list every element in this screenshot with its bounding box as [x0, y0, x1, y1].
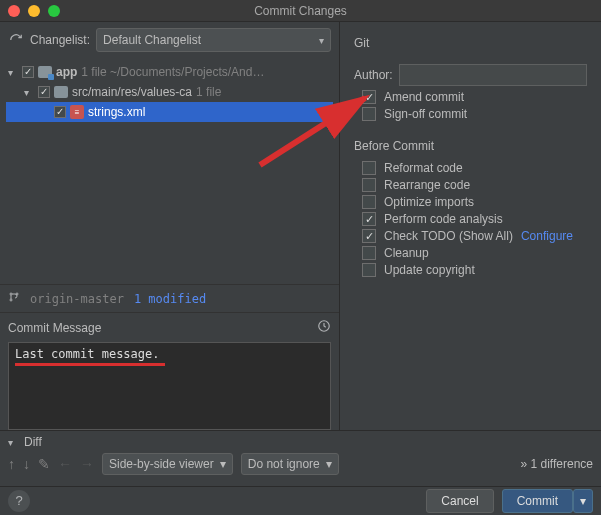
checkbox[interactable]: ✓	[38, 86, 50, 98]
module-name: app	[56, 65, 77, 79]
checkbox[interactable]: ✓	[22, 66, 34, 78]
rearrange-option[interactable]: Rearrange code	[362, 178, 587, 192]
checkbox[interactable]	[362, 263, 376, 277]
checkbox-amend[interactable]	[362, 90, 376, 104]
folder-icon	[54, 86, 68, 98]
cancel-label: Cancel	[441, 494, 478, 508]
expander-icon[interactable]: ▾	[8, 67, 18, 78]
git-section-title: Git	[354, 36, 587, 50]
file-name: strings.xml	[88, 105, 145, 119]
svg-point-0	[10, 293, 12, 295]
tree-row-file[interactable]: ✓ ≡ strings.xml	[6, 102, 333, 122]
checkbox[interactable]	[362, 195, 376, 209]
checkbox[interactable]: ✓	[54, 106, 66, 118]
viewer-mode-select[interactable]: Side-by-side viewer▾	[102, 453, 233, 475]
commit-label: Commit	[517, 494, 558, 508]
commit-button[interactable]: Commit	[502, 489, 573, 513]
diff-count: » 1 difference	[520, 457, 593, 471]
commit-dropdown-button[interactable]: ▾	[573, 489, 593, 513]
chevron-down-icon: ▾	[319, 35, 324, 46]
module-meta: 1 file ~/Documents/Projects/And…	[81, 65, 264, 79]
edit-icon[interactable]: ✎	[38, 456, 50, 472]
cancel-button[interactable]: Cancel	[426, 489, 493, 513]
copyright-option[interactable]: Update copyright	[362, 263, 587, 277]
tree-row-dir[interactable]: ▾ ✓ src/main/res/values-ca 1 file	[6, 82, 333, 102]
analysis-option[interactable]: Perform code analysis	[362, 212, 587, 226]
tree-row-module[interactable]: ▾ ✓ app 1 file ~/Documents/Projects/And…	[6, 62, 333, 82]
signoff-commit-option[interactable]: Sign-off commit	[362, 107, 587, 121]
diff-label: Diff	[24, 435, 42, 449]
todo-option[interactable]: Check TODO (Show All) Configure	[362, 229, 587, 243]
dir-name: src/main/res/values-ca	[72, 85, 192, 99]
viewer-mode-label: Side-by-side viewer	[109, 457, 214, 471]
file-tree: ▾ ✓ app 1 file ~/Documents/Projects/And……	[0, 58, 339, 122]
whitespace-label: Do not ignore	[248, 457, 320, 471]
diff-expander-icon[interactable]: ▾	[8, 437, 18, 448]
chevron-down-icon: ▾	[580, 494, 586, 508]
opt-label: Reformat code	[384, 161, 463, 175]
history-icon[interactable]	[317, 319, 331, 336]
before-commit-title: Before Commit	[354, 139, 587, 153]
prev-diff-icon[interactable]: ↑	[8, 456, 15, 472]
back-icon: ←	[58, 456, 72, 472]
next-diff-icon[interactable]: ↓	[23, 456, 30, 472]
optimize-option[interactable]: Optimize imports	[362, 195, 587, 209]
refresh-icon[interactable]	[8, 32, 24, 48]
checkbox[interactable]	[362, 161, 376, 175]
opt-label: Optimize imports	[384, 195, 474, 209]
checkbox[interactable]	[362, 212, 376, 226]
expander-icon[interactable]: ▾	[24, 87, 34, 98]
cleanup-option[interactable]: Cleanup	[362, 246, 587, 260]
opt-label: Update copyright	[384, 263, 475, 277]
commit-message-header: Commit Message	[8, 321, 101, 335]
branch-icon	[8, 291, 20, 306]
annotation-underline	[15, 363, 165, 366]
xml-file-icon: ≡	[70, 105, 84, 119]
amend-commit-option[interactable]: Amend commit	[362, 90, 587, 104]
modified-link[interactable]: 1 modified	[134, 292, 206, 306]
changelist-label: Changelist:	[30, 33, 90, 47]
branch-bar: origin-master 1 modified	[0, 284, 339, 312]
titlebar: Commit Changes	[0, 0, 601, 22]
author-input[interactable]	[399, 64, 587, 86]
changelist-combo[interactable]: Default Changelist ▾	[96, 28, 331, 52]
window-title: Commit Changes	[0, 4, 601, 18]
chevron-down-icon: ▾	[326, 457, 332, 471]
dir-meta: 1 file	[196, 85, 221, 99]
changelist-selected: Default Changelist	[103, 33, 201, 47]
commit-message-text: Last commit message.	[15, 347, 160, 361]
checkbox[interactable]	[362, 246, 376, 260]
module-icon	[38, 66, 52, 78]
svg-point-1	[10, 299, 12, 301]
author-label: Author:	[354, 68, 393, 82]
chevron-down-icon: ▾	[220, 457, 226, 471]
whitespace-select[interactable]: Do not ignore▾	[241, 453, 339, 475]
opt-label: Perform code analysis	[384, 212, 503, 226]
help-button[interactable]: ?	[8, 490, 30, 512]
opt-label: Rearrange code	[384, 178, 470, 192]
commit-message-input[interactable]: Last commit message.	[8, 342, 331, 430]
configure-link[interactable]: Configure	[521, 229, 573, 243]
amend-label: Amend commit	[384, 90, 464, 104]
signoff-label: Sign-off commit	[384, 107, 467, 121]
checkbox-signoff[interactable]	[362, 107, 376, 121]
opt-label: Check TODO (Show All)	[384, 229, 513, 243]
checkbox[interactable]	[362, 229, 376, 243]
branch-name: origin-master	[30, 292, 124, 306]
opt-label: Cleanup	[384, 246, 429, 260]
reformat-option[interactable]: Reformat code	[362, 161, 587, 175]
checkbox[interactable]	[362, 178, 376, 192]
forward-icon: →	[80, 456, 94, 472]
